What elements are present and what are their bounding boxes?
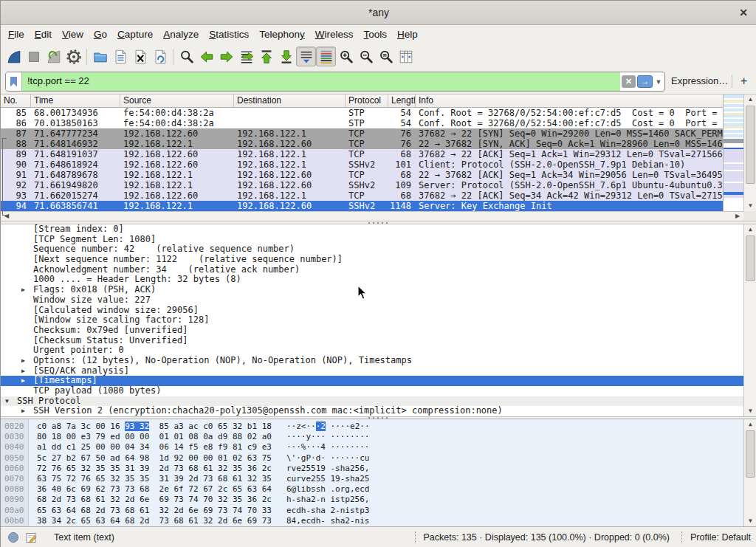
hex-row-0040[interactable]: 0040a1 dd c1 25 00 00 04 34 06 14 f5 e8 …	[1, 442, 756, 453]
detail-row[interactable]: ▶[SEQ/ACK analysis]	[1, 366, 756, 376]
packet-list-hscrollbar[interactable]: ◀ ▶	[1, 211, 743, 221]
intelligent-scrollbar[interactable]	[723, 94, 743, 211]
expand-right-icon[interactable]: ▶	[21, 356, 33, 366]
go-previous-icon[interactable]	[196, 47, 216, 66]
stop-capture-icon[interactable]	[24, 47, 44, 66]
hex-row-0090[interactable]: 009068 2d 73 68 61 32 2d 6e 69 73 74 70 …	[1, 495, 756, 505]
details-vscrollbar[interactable]: ▲ ▼	[743, 224, 756, 416]
menu-telephony[interactable]: Telephony	[254, 25, 310, 44]
detail-row[interactable]: ▶Options: (12 bytes), No-Operation (NOP)…	[1, 356, 756, 366]
packet-row-90[interactable]: 9071.648618924192.168.122.60192.168.122.…	[1, 159, 723, 170]
expert-info-icon[interactable]	[8, 532, 18, 543]
menu-statistics[interactable]: Statistics	[204, 25, 254, 44]
packet-row-92[interactable]: 9271.661949820192.168.122.1192.168.122.6…	[1, 180, 723, 190]
detail-row[interactable]: Acknowledgment number: 34 (relative ack …	[1, 265, 756, 275]
detail-row[interactable]: Urgent pointer: 0	[1, 345, 756, 356]
scrollbar-thumb[interactable]	[746, 235, 755, 281]
menu-edit[interactable]: Edit	[30, 25, 57, 44]
packet-row-89[interactable]: 8971.648191037192.168.122.60192.168.122.…	[1, 149, 723, 159]
hex-row-0030[interactable]: 003080 18 00 e3 79 ed 00 00 01 01 08 0a …	[1, 432, 756, 442]
hex-row-00b0[interactable]: 00b038 34 2c 65 63 64 68 2d 73 68 61 32 …	[1, 516, 756, 526]
column-header-source[interactable]: Source	[120, 94, 234, 107]
packet-row-87[interactable]: 8771.647777234192.168.122.60192.168.122.…	[1, 128, 723, 139]
packet-row-94[interactable]: 9471.663856741192.168.122.1192.168.122.6…	[1, 201, 723, 211]
menu-wireless[interactable]: Wireless	[310, 25, 359, 44]
detail-row[interactable]: Window size value: 227	[1, 295, 756, 306]
menu-capture[interactable]: Capture	[112, 25, 158, 44]
detail-row[interactable]: Sequence number: 42 (relative sequence n…	[1, 244, 756, 255]
detail-row[interactable]: ▶[Timestamps]	[1, 376, 756, 386]
detail-row[interactable]: [Window size scaling factor: 128]	[1, 315, 756, 326]
open-file-icon[interactable]	[90, 47, 110, 66]
close-icon[interactable]: ✕	[736, 5, 751, 20]
expand-right-icon[interactable]: ▶	[21, 285, 33, 295]
packet-row-91[interactable]: 9171.648789678192.168.122.1192.168.122.6…	[1, 170, 723, 180]
filter-apply-icon[interactable]: →	[637, 75, 653, 88]
menu-analyze[interactable]: Analyze	[158, 25, 204, 44]
packet-list-vscrollbar[interactable]: ▲ ▼	[743, 94, 756, 211]
detail-row[interactable]: ▶Flags: 0x018 (PSH, ACK)	[1, 285, 756, 295]
column-header-length[interactable]: Length	[388, 94, 416, 107]
hex-row-0060[interactable]: 006072 76 65 32 35 35 31 39 2d 73 68 61 …	[1, 464, 756, 474]
column-header-protocol[interactable]: Protocol	[346, 94, 388, 107]
reload-file-icon[interactable]	[150, 47, 170, 66]
menu-file[interactable]: File	[3, 25, 30, 44]
detail-row[interactable]: [Stream index: 0]	[1, 224, 756, 235]
zoom-in-icon[interactable]	[336, 47, 356, 66]
hex-vscrollbar[interactable]: ▲ ▼	[743, 419, 756, 526]
go-last-icon[interactable]	[276, 47, 296, 66]
detail-row[interactable]: ▼SSH Protocol	[1, 396, 756, 407]
hex-row-0020[interactable]: 0020c0 a8 7a 3c 00 16 93 32 85 a3 ac c0 …	[1, 422, 756, 432]
scrollbar-thumb[interactable]	[746, 430, 755, 478]
detail-row[interactable]: [Calculated window size: 29056]	[1, 306, 756, 316]
hex-row-0070[interactable]: 007063 75 72 76 65 32 35 35 31 39 2d 73 …	[1, 474, 756, 484]
menu-go[interactable]: Go	[89, 25, 112, 44]
detail-row[interactable]: [TCP Segment Len: 1080]	[1, 235, 756, 245]
save-file-icon[interactable]	[110, 47, 130, 66]
menu-tools[interactable]: Tools	[359, 25, 393, 44]
scroll-right-icon[interactable]: ▶	[732, 212, 743, 221]
expand-right-icon[interactable]: ▶	[21, 366, 33, 376]
detail-row[interactable]: 1000 .... = Header Length: 32 bytes (8)	[1, 275, 756, 285]
restart-capture-icon[interactable]	[44, 47, 63, 66]
display-filter-input[interactable]: !tcp.port == 22	[22, 72, 620, 91]
auto-scroll-icon[interactable]	[296, 47, 316, 66]
zoom-out-icon[interactable]	[356, 47, 376, 66]
column-header-info[interactable]: Info	[416, 94, 723, 107]
close-file-icon[interactable]	[130, 47, 150, 66]
scroll-down-icon[interactable]: ▼	[744, 406, 756, 416]
hex-row-0080[interactable]: 008036 40 6c 69 62 73 73 68 2e 6f 72 67 …	[1, 484, 756, 495]
expression-button[interactable]: Expression…	[671, 69, 728, 94]
filter-dropdown-icon[interactable]: ▼	[653, 78, 664, 86]
capture-comment-icon[interactable]	[25, 531, 38, 544]
column-header-no[interactable]: No.	[1, 94, 31, 107]
hex-row-00a0[interactable]: 00a065 63 64 68 2d 73 68 61 32 2d 6e 69 …	[1, 506, 756, 516]
expand-right-icon[interactable]: ▶	[21, 406, 33, 416]
filter-bookmark-icon[interactable]	[6, 72, 22, 91]
scroll-down-icon[interactable]: ▼	[744, 201, 756, 211]
scroll-up-icon[interactable]: ▲	[744, 94, 756, 105]
detail-row[interactable]: ▶SSH Version 2 (encryption:chacha20-poly…	[1, 406, 756, 416]
filter-clear-icon[interactable]: ✕	[622, 75, 636, 88]
expand-down-icon[interactable]: ▼	[5, 396, 17, 407]
title-bar[interactable]: *any ✕	[1, 1, 756, 25]
packet-row-88[interactable]: 8871.648146932192.168.122.1192.168.122.6…	[1, 139, 723, 149]
scroll-up-icon[interactable]: ▲	[744, 224, 756, 235]
detail-row[interactable]: [Next sequence number: 1122 (relative se…	[1, 255, 756, 265]
expand-right-icon[interactable]: ▶	[21, 376, 33, 386]
packet-row-86[interactable]: 8670.013850163fe:54:00:d4:38:2aSTP54Conf…	[1, 118, 723, 128]
hex-row-0050[interactable]: 00505c 27 b2 67 50 ad 64 98 1d 92 00 00 …	[1, 453, 756, 464]
packet-row-85[interactable]: 8568.001734936fe:54:00:d4:38:2aSTP54Conf…	[1, 108, 723, 118]
profile-indicator[interactable]: Profile: Default	[690, 532, 751, 543]
scroll-down-icon[interactable]: ▼	[744, 516, 756, 526]
go-to-packet-icon[interactable]	[236, 47, 256, 66]
wireshark-start-icon[interactable]	[4, 47, 24, 66]
detail-row[interactable]: [Checksum Status: Unverified]	[1, 336, 756, 346]
colorize-icon[interactable]	[316, 47, 336, 66]
add-filter-button[interactable]: +	[740, 69, 747, 93]
detail-row[interactable]: Checksum: 0x79ed [unverified]	[1, 326, 756, 336]
go-next-icon[interactable]	[216, 47, 236, 66]
zoom-original-icon[interactable]	[376, 47, 396, 66]
packet-row-93[interactable]: 9371.662015274192.168.122.60192.168.122.…	[1, 190, 723, 201]
menu-view[interactable]: View	[57, 25, 89, 44]
